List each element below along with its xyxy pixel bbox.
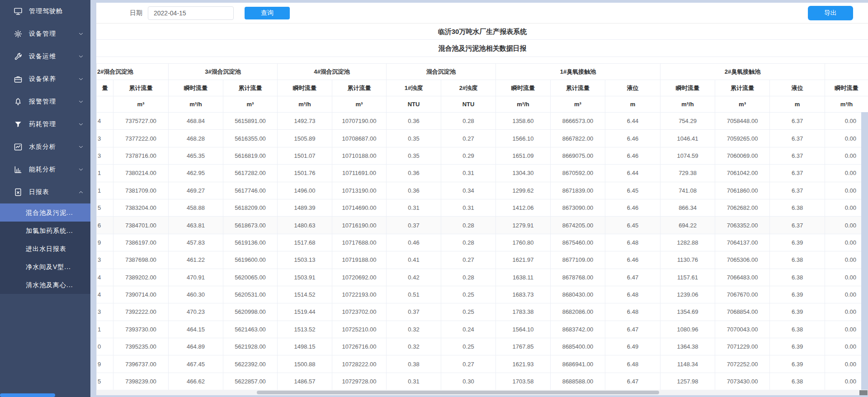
table-cell: 6.47 [605,269,660,286]
table-row[interactable]: 57398239.00466.625622857.001486.57107297… [97,373,868,390]
table-cell: 0.36 [387,113,441,130]
table-cell: 10725210.00 [332,321,387,338]
column-header: 累计流量 [223,80,278,96]
sidebar-item[interactable]: 设备保养 [0,68,90,90]
column-group-header: 2#臭氧接触池 [660,64,825,80]
table-cell: 6.39 [770,234,825,251]
query-button[interactable]: 查询 [245,7,290,19]
date-input[interactable] [148,6,234,20]
table-cell: 6 [97,217,113,234]
table-cell: 0.51 [387,286,441,303]
table-cell: 6.39 [770,355,825,373]
sidebar-scrollbar-thumb[interactable] [0,393,55,397]
table-cell: 866.34 [660,199,715,216]
toolbox-icon [14,75,23,84]
table-cell: 7380214.00 [113,165,169,182]
sidebar-subitem[interactable]: 清水池及离心... [0,276,90,294]
sidebar-subitem[interactable]: 进出水日报表 [0,240,90,258]
table-row[interactable]: 07395235.00464.895621928.001498.15107267… [97,338,868,355]
table-cell: 1 [97,165,113,182]
table-cell: 3 [97,303,113,321]
table-row[interactable]: 47375727.00468.845615891.001492.73107071… [97,113,868,130]
date-label: 日期 [130,9,142,17]
table-row[interactable]: 17381709.00469.275617746.001496.00107131… [97,182,868,199]
table-cell: 1566.10 [496,130,551,147]
table-cell: 1501.76 [278,165,332,182]
sidebar-item[interactable]: 设备管理 [0,23,90,45]
sidebar-item[interactable]: 能耗分析 [0,158,90,181]
table-cell: 6.38 [770,199,825,216]
table-cell: 6.45 [605,217,660,234]
table-cell: 10717688.00 [332,234,387,251]
table-cell: 0.42 [387,269,441,286]
table-row[interactable]: 97396737.00467.455622392.001500.88107282… [97,355,868,373]
sidebar-item-label: 设备运维 [29,52,78,61]
table-cell: 1651.09 [496,147,551,164]
table-cell: 8674205.00 [551,217,605,234]
table-row[interactable]: 67384701.00463.815618673.001480.63107161… [97,217,868,234]
table-cell: 8671839.00 [551,182,605,199]
table-cell: 10716190.00 [332,217,387,234]
table-cell: 464.89 [169,338,223,355]
table-cell: 1358.60 [496,113,551,130]
column-unit [97,96,113,113]
table-row[interactable]: 37377222.00468.285616355.001505.89107086… [97,130,868,147]
table-cell: 0.34 [441,182,496,199]
table-cell: 8683742.00 [551,321,605,338]
table-cell: 1496.00 [278,182,332,199]
table-cell: 5620998.00 [223,303,278,321]
sidebar-item[interactable]: 报警管理 [0,90,90,113]
column-unit: m³/h [825,96,868,113]
table-cell: 6.37 [770,113,825,130]
table-cell: 5622857.00 [223,373,278,390]
bar-chart-icon [14,165,23,174]
table-row[interactable]: 37378716.00465.355616819.001501.07107101… [97,147,868,164]
table-cell: 0.31 [441,165,496,182]
table-row[interactable]: 47389202.00470.915620065.001503.91107206… [97,269,868,286]
table-cell: 7062682.00 [715,199,770,216]
table-cell: 1130.76 [660,251,715,269]
table-cell: 7381709.00 [113,182,169,199]
table-row[interactable]: 97386197.00457.835619136.001517.68107176… [97,234,868,251]
table-cell: 1503.91 [278,269,332,286]
table-row[interactable]: 57383204.00458.885618209.001489.39107146… [97,199,868,216]
column-unit: m [770,96,825,113]
sidebar-item[interactable]: 药耗管理 [0,113,90,136]
column-unit: m [605,96,660,113]
sidebar-item-label: 药耗管理 [29,120,78,128]
table-cell: 0.30 [441,373,496,390]
table-cell: 5621928.00 [223,338,278,355]
table-row[interactable]: 17393730.00464.155621463.001513.52107252… [97,321,868,338]
table-cell: 0.36 [387,165,441,182]
table-row[interactable]: 47390714.00460.305620531.001514.52107221… [97,286,868,303]
table-cell: 0.32 [387,338,441,355]
chevron-down-icon [78,53,84,60]
scrollbar-corner-thumb[interactable] [859,390,868,395]
column-header: 瞬时流量 [169,80,223,96]
table-row[interactable]: 37387698.00461.225619600.001503.13107191… [97,251,868,269]
table-cell: 7392222.00 [113,303,169,321]
sidebar-subitem[interactable]: 净水间及V型... [0,258,90,276]
table-cell: 10720692.00 [332,269,387,286]
sidebar-item[interactable]: 日报表 [0,181,90,203]
sidebar-item[interactable]: 管理驾驶舱 [0,0,90,23]
vertical-scrollbar-track[interactable] [861,112,868,390]
table-row[interactable]: 17380214.00462.955617282.001501.76107116… [97,165,868,182]
sidebar-subitem[interactable]: 加氯加药系统... [0,222,90,240]
table-cell: 465.35 [169,147,223,164]
table-cell: 0.31 [387,373,441,390]
table-cell: 466.62 [169,373,223,390]
table-row[interactable]: 37392222.00470.235620998.001519.44107237… [97,303,868,321]
horizontal-scrollbar-thumb[interactable] [257,391,659,394]
table-cell: 1486.57 [278,373,332,390]
sidebar-subitem[interactable]: 混合池及污泥... [0,203,90,222]
table-cell: 0.25 [441,303,496,321]
export-button[interactable]: 导出 [808,6,853,20]
table-cell: 0.41 [387,251,441,269]
table-cell: 7395235.00 [113,338,169,355]
sidebar-item[interactable]: 设备运维 [0,45,90,68]
table-cell: 1 [97,182,113,199]
sidebar-item[interactable]: 水质分析 [0,136,90,158]
horizontal-scrollbar[interactable] [96,390,868,395]
table-cell: 6.46 [605,251,660,269]
